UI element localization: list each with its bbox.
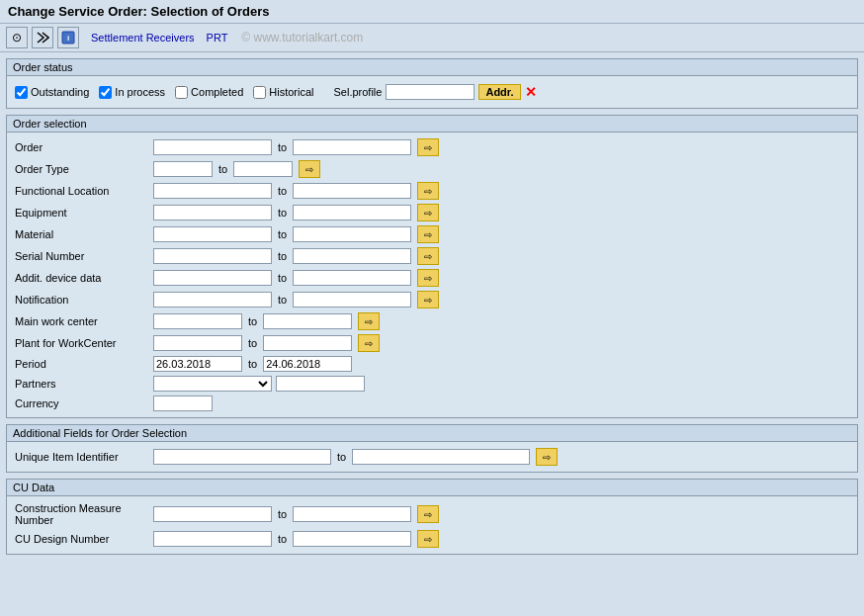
order-to-input[interactable]	[293, 139, 411, 155]
completed-checkbox[interactable]	[175, 86, 188, 99]
historical-checkbox-group: Historical	[253, 86, 313, 99]
unique-item-to-input[interactable]	[352, 449, 530, 465]
plant-workcenter-arrow-button[interactable]: ⇨	[358, 334, 380, 352]
equipment-arrow-button[interactable]: ⇨	[417, 204, 439, 221]
partners-select[interactable]	[153, 376, 272, 392]
cu-design-from-input[interactable]	[153, 531, 272, 547]
construction-measure-arrow-button[interactable]: ⇨	[417, 505, 439, 523]
material-from-input[interactable]	[153, 226, 272, 242]
cu-data-body: Construction Measure Number to ⇨ CU Desi…	[7, 496, 857, 554]
cu-design-arrow-button[interactable]: ⇨	[417, 530, 439, 548]
sel-profile-group: Sel.profile Addr. ✕	[334, 84, 537, 100]
main-work-center-from-input[interactable]	[153, 313, 242, 329]
serial-number-row: Serial Number to ⇨	[15, 245, 849, 267]
cu-design-to-input[interactable]	[293, 531, 411, 547]
historical-checkbox[interactable]	[253, 86, 266, 99]
outstanding-checkbox[interactable]	[15, 86, 28, 99]
back-button[interactable]: ⊙	[6, 27, 28, 48]
sel-profile-label: Sel.profile	[334, 86, 383, 98]
clear-button[interactable]: ✕	[525, 84, 537, 100]
functional-location-from-input[interactable]	[153, 183, 272, 199]
additional-fields-header: Additional Fields for Order Selection	[7, 425, 857, 442]
addr-button[interactable]: Addr.	[478, 84, 520, 100]
order-type-arrow-button[interactable]: ⇨	[299, 160, 320, 178]
construction-measure-to-label: to	[278, 508, 287, 520]
settlement-receivers-link[interactable]: Settlement Receivers	[91, 32, 195, 44]
order-label: Order	[15, 141, 153, 153]
period-to-input[interactable]	[263, 356, 352, 372]
notification-arrow-button[interactable]: ⇨	[417, 291, 439, 308]
plant-workcenter-from-input[interactable]	[153, 335, 242, 351]
order-type-from-input[interactable]	[153, 161, 213, 177]
unique-item-label: Unique Item Identifier	[15, 451, 153, 463]
unique-item-arrow-button[interactable]: ⇨	[536, 448, 558, 466]
addit-device-row: Addit. device data to ⇨	[15, 267, 849, 289]
main-work-center-row: Main work center to ⇨	[15, 310, 849, 332]
watermark: © www.tutorialkart.com	[241, 31, 363, 44]
svg-text:i: i	[67, 34, 69, 43]
additional-fields-body: Unique Item Identifier to ⇨	[7, 442, 857, 472]
order-status-section: Order status Outstanding In process Comp…	[6, 58, 858, 109]
order-type-label: Order Type	[15, 163, 153, 175]
equipment-row: Equipment to ⇨	[15, 202, 849, 223]
historical-label: Historical	[269, 86, 313, 98]
plant-workcenter-row: Plant for WorkCenter to ⇨	[15, 332, 849, 354]
page-title: Change Service Order: Selection of Order…	[8, 4, 269, 19]
addit-device-from-input[interactable]	[153, 270, 272, 286]
functional-location-to-input[interactable]	[293, 183, 411, 199]
functional-location-label: Functional Location	[15, 185, 153, 197]
order-selection-header: Order selection	[7, 116, 857, 132]
functional-location-arrow-button[interactable]: ⇨	[417, 182, 439, 200]
order-status-body: Outstanding In process Completed Histori…	[7, 76, 857, 108]
material-arrow-button[interactable]: ⇨	[417, 225, 439, 243]
cu-design-row: CU Design Number to ⇨	[15, 528, 849, 550]
addit-device-to-input[interactable]	[293, 270, 411, 286]
currency-row: Currency	[15, 394, 849, 413]
serial-number-to-input[interactable]	[293, 248, 411, 264]
plant-workcenter-to-label: to	[248, 337, 257, 349]
equipment-to-input[interactable]	[293, 205, 411, 220]
construction-measure-to-input[interactable]	[293, 506, 411, 522]
partners-row: Partners	[15, 374, 849, 394]
info-button[interactable]: i	[57, 27, 79, 48]
functional-location-to-label: to	[278, 185, 287, 197]
equipment-from-input[interactable]	[153, 205, 272, 220]
construction-measure-from-input[interactable]	[153, 506, 272, 522]
serial-number-arrow-button[interactable]: ⇨	[417, 247, 439, 265]
addit-device-arrow-button[interactable]: ⇨	[417, 269, 439, 287]
order-type-to-input[interactable]	[233, 161, 293, 177]
cu-design-label: CU Design Number	[15, 533, 153, 545]
order-selection-body: Order to ⇨ Order Type to ⇨ Functional Lo…	[7, 132, 857, 417]
unique-item-to-label: to	[337, 451, 346, 463]
inprocess-checkbox-group: In process	[99, 86, 165, 99]
main-work-center-arrow-button[interactable]: ⇨	[358, 312, 380, 330]
equipment-label: Equipment	[15, 207, 153, 219]
forward-button[interactable]	[32, 27, 53, 48]
notification-row: Notification to ⇨	[15, 289, 849, 310]
main-work-center-to-input[interactable]	[263, 313, 352, 329]
order-type-to-label: to	[218, 163, 227, 175]
completed-label: Completed	[191, 86, 243, 98]
order-arrow-button[interactable]: ⇨	[417, 138, 439, 156]
period-from-input[interactable]	[153, 356, 242, 372]
notification-to-label: to	[278, 294, 287, 306]
serial-number-from-input[interactable]	[153, 248, 272, 264]
functional-location-row: Functional Location to ⇨	[15, 180, 849, 202]
material-to-label: to	[278, 228, 287, 240]
prt-link[interactable]: PRT	[207, 32, 228, 44]
sel-profile-input[interactable]	[386, 84, 475, 100]
order-from-input[interactable]	[153, 139, 272, 155]
currency-input[interactable]	[153, 396, 213, 411]
inprocess-checkbox[interactable]	[99, 86, 112, 99]
order-status-row: Outstanding In process Completed Histori…	[15, 80, 849, 104]
material-to-input[interactable]	[293, 226, 411, 242]
plant-workcenter-to-input[interactable]	[263, 335, 352, 351]
title-bar: Change Service Order: Selection of Order…	[0, 0, 864, 24]
partners-input[interactable]	[276, 376, 365, 392]
unique-item-from-input[interactable]	[153, 449, 331, 465]
notification-to-input[interactable]	[293, 292, 411, 308]
addit-device-label: Addit. device data	[15, 272, 153, 284]
main-content: Order status Outstanding In process Comp…	[0, 52, 864, 567]
notification-from-input[interactable]	[153, 292, 272, 308]
serial-number-label: Serial Number	[15, 250, 153, 262]
